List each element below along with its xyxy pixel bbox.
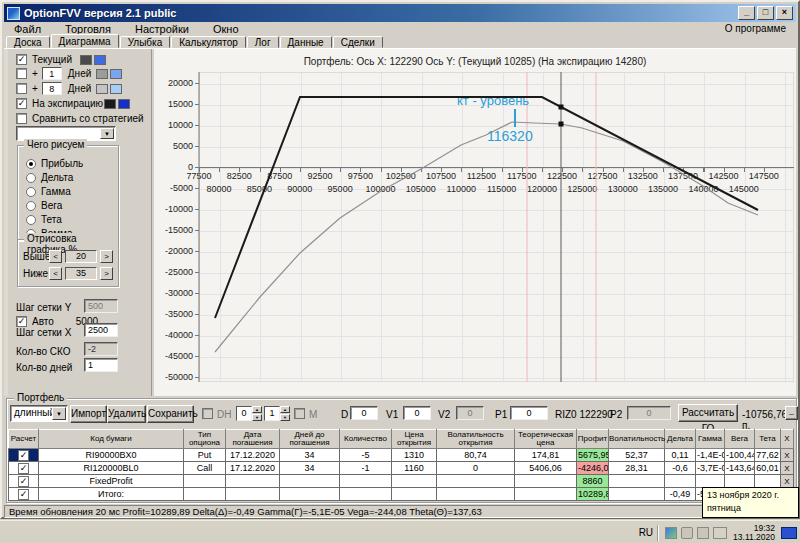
delete-row-button[interactable]: X xyxy=(781,475,794,488)
tab-board[interactable]: Доска xyxy=(6,36,50,48)
v1-label: V1 xyxy=(386,409,398,420)
radio-profit[interactable] xyxy=(26,159,36,169)
radio-gamma[interactable] xyxy=(26,187,36,197)
portfolio-strategy-value: длинный стре xyxy=(14,407,55,422)
tab-smile[interactable]: Улыбка xyxy=(120,36,171,48)
portfolio-strategy-combobox[interactable]: длинный стре ▼ xyxy=(10,405,68,422)
expiration-line-swatch xyxy=(104,99,116,109)
m-checkbox[interactable] xyxy=(294,408,305,419)
delete-row-button[interactable]: X xyxy=(781,449,794,462)
below-decrease-button[interactable]: < xyxy=(49,267,62,280)
spinner-2[interactable]: 1 ▲ ▼ xyxy=(264,406,290,421)
delete-button[interactable]: Удалить xyxy=(107,405,146,423)
portfolio-group-title: Портфель xyxy=(14,392,67,403)
minimize-button[interactable]: _ xyxy=(738,6,755,20)
plus8-label: + xyxy=(32,83,38,94)
chevron-down-icon[interactable]: ▼ xyxy=(100,128,114,139)
collapse-button[interactable]: _ xyxy=(785,406,798,420)
language-indicator[interactable]: RU xyxy=(639,527,653,538)
current-fill-swatch xyxy=(94,55,106,65)
chevron-down-icon[interactable]: ▼ xyxy=(52,407,66,420)
display-icon[interactable] xyxy=(781,527,797,539)
table-total-row[interactable]: ✓ Итого: 10289,89 -0,49 -5,1E-05-244,08 … xyxy=(9,488,794,501)
spin-down-icon[interactable]: ▼ xyxy=(280,414,290,421)
days1-input[interactable] xyxy=(42,67,62,80)
sko-input[interactable]: -2 xyxy=(84,342,118,356)
table-row[interactable]: ✓ FixedProfit 8860 X xyxy=(9,475,794,488)
volume-icon[interactable] xyxy=(681,527,693,539)
clock-date: 13.11.2020 xyxy=(733,533,775,542)
spin-down-icon[interactable]: ▼ xyxy=(252,414,262,421)
dh-checkbox[interactable] xyxy=(202,408,213,419)
sko-label: Кол-во СКО xyxy=(16,346,71,357)
above-decrease-button[interactable]: < xyxy=(49,250,62,263)
kt-level-value: 116320 xyxy=(487,128,533,144)
tab-calculator[interactable]: Калькулятор xyxy=(171,36,246,48)
compare-checkbox[interactable] xyxy=(16,113,27,124)
expiration-checkbox[interactable]: ✓ xyxy=(16,98,27,109)
days8-input[interactable] xyxy=(42,82,62,95)
import-button[interactable]: Импорт xyxy=(70,405,107,423)
tab-diagram[interactable]: Диаграмма xyxy=(51,34,119,48)
radio-delta-label: Дельта xyxy=(41,172,73,183)
current-line-swatch xyxy=(80,55,92,65)
current-checkbox[interactable]: ✓ xyxy=(16,54,27,65)
status-bar: Время обновления 20 мс Profit=10289,89 D… xyxy=(4,505,796,518)
d-label: D xyxy=(341,409,348,420)
app-tray-icon[interactable] xyxy=(665,527,677,539)
save-button[interactable]: Сохранить xyxy=(147,405,194,423)
client-area: ✓ Текущий + Дней + Дней xyxy=(4,48,796,395)
spinner-1[interactable]: 0 ▲ ▼ xyxy=(236,406,262,421)
v1-input[interactable]: 0 xyxy=(403,406,431,420)
expiration-marker xyxy=(559,105,564,110)
flag-icon[interactable] xyxy=(713,527,727,539)
menu-file[interactable]: Файл xyxy=(14,23,41,36)
row-checkbox[interactable]: ✓ xyxy=(18,489,29,500)
close-button[interactable]: × xyxy=(776,6,793,20)
grid-x-input[interactable]: 2500 xyxy=(84,323,118,337)
p1-input[interactable]: 0 xyxy=(510,406,548,420)
tab-data[interactable]: Данные xyxy=(280,36,332,48)
plus8-checkbox[interactable] xyxy=(16,83,27,94)
p2-label: P2 xyxy=(610,409,622,420)
profit-cell: 10289,89 xyxy=(577,488,609,501)
current-label: Текущий xyxy=(32,54,80,65)
d-input[interactable]: 0 xyxy=(350,406,378,420)
tab-log[interactable]: Лог xyxy=(247,36,279,48)
menu-settings[interactable]: Настройки xyxy=(135,23,189,36)
radio-theta[interactable] xyxy=(26,215,36,225)
expiration-label: На экспирацию xyxy=(32,98,104,109)
taskbar: RU 19:32 13.11.2020 xyxy=(0,520,800,543)
tab-deals[interactable]: Сделки xyxy=(333,36,383,48)
app-window: OptionFVV версия 2.1 public _ □ × Файл Т… xyxy=(0,0,800,519)
menu-window[interactable]: Окно xyxy=(213,23,239,36)
calc-go-button[interactable]: Рассчитать ГО xyxy=(678,404,738,422)
date-tooltip: 13 ноября 2020 г. пятница xyxy=(702,487,799,518)
p2-input[interactable]: 0 xyxy=(627,406,671,420)
radio-vega[interactable] xyxy=(26,201,36,211)
table-row[interactable]: ✓ RI120000BL0Call 17.12.202034 -11160 05… xyxy=(9,462,794,475)
spin-up-icon[interactable]: ▲ xyxy=(280,406,290,413)
plus1-checkbox[interactable] xyxy=(16,68,27,79)
row-checkbox[interactable]: ✓ xyxy=(18,476,29,487)
above-increase-button[interactable]: > xyxy=(100,250,113,263)
grid-y-input[interactable]: 500 xyxy=(84,299,118,313)
delete-row-button[interactable]: X xyxy=(781,462,794,475)
row-checkbox[interactable]: ✓ xyxy=(18,463,29,474)
clock[interactable]: 19:32 13.11.2020 xyxy=(733,524,775,542)
days-count-input[interactable]: 1 xyxy=(84,358,118,372)
maximize-button[interactable]: □ xyxy=(757,6,774,20)
radio-delta[interactable] xyxy=(26,173,36,183)
days1-word: Дней xyxy=(68,68,96,79)
profit-cell: 5675,95 xyxy=(577,449,609,462)
table-row[interactable]: ✓ RI90000BX0Put 17.12.202034 -51310 80,7… xyxy=(9,449,794,462)
below-increase-button[interactable]: > xyxy=(100,267,113,280)
days8-word: Дней xyxy=(68,83,96,94)
network-icon[interactable] xyxy=(697,527,709,539)
tab-strip: Доска Диаграмма Улыбка Калькулятор Лог Д… xyxy=(4,36,796,48)
v2-input[interactable]: 0 xyxy=(456,406,484,420)
expiration-row: ✓ На экспирацию xyxy=(16,97,130,110)
menu-about[interactable]: О программе xyxy=(725,23,786,36)
spin-up-icon[interactable]: ▲ xyxy=(252,406,262,413)
row-checkbox[interactable]: ✓ xyxy=(18,450,29,461)
